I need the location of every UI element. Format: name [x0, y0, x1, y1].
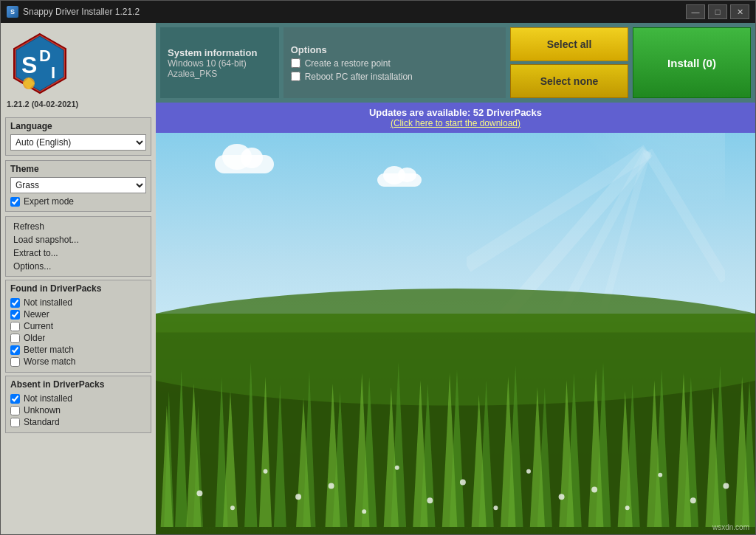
- language-section: Language Auto (English): [5, 117, 151, 156]
- found-in-driverpacks-section: Found in DriverPacks Not installed Newer…: [5, 280, 151, 373]
- system-info-panel: System information Windows 10 (64-bit) A…: [160, 27, 279, 98]
- computer-value: Azalea_PKS: [168, 69, 272, 79]
- svg-point-14: [156, 289, 755, 405]
- absent-not-installed-checkbox[interactable]: [10, 394, 20, 404]
- close-button[interactable]: ✕: [730, 4, 749, 19]
- absent-not-installed-label: Not installed: [24, 393, 72, 404]
- option-reboot-row: Reboot PC after installation: [291, 72, 498, 82]
- reboot-label: Reboot PC after installation: [305, 72, 413, 82]
- os-value: Windows 10 (64-bit): [168, 58, 272, 69]
- filter-newer-checkbox[interactable]: [10, 310, 20, 320]
- filter-current-checkbox[interactable]: [10, 322, 20, 331]
- svg-point-71: [559, 494, 565, 500]
- window-title: Snappy Driver Installer 1.21.2: [23, 7, 140, 17]
- absent-unknown: Unknown: [10, 404, 146, 416]
- svg-text:S: S: [21, 52, 37, 78]
- menu-refresh[interactable]: Refresh: [10, 220, 146, 233]
- svg-point-60: [395, 466, 399, 470]
- restore-point-label: Create a restore point: [305, 58, 391, 69]
- absent-in-driverpacks-title: Absent in DriverPacks: [10, 379, 146, 390]
- filter-worse-match-checkbox[interactable]: [10, 357, 20, 367]
- options-title: Options: [291, 44, 498, 55]
- filter-newer-label: Newer: [24, 309, 49, 320]
- main-content: S D I 1.21.2 (04-02-2021) Language: [1, 23, 755, 534]
- svg-text:D: D: [39, 46, 51, 65]
- restore-point-checkbox[interactable]: [291, 58, 300, 68]
- filter-not-installed-label: Not installed: [24, 297, 72, 308]
- svg-point-62: [526, 469, 531, 474]
- filter-older-label: Older: [24, 333, 45, 343]
- absent-unknown-label: Unknown: [24, 405, 61, 415]
- svg-point-66: [230, 505, 235, 510]
- grass-scene: [156, 133, 755, 534]
- watermark: wsxdn.com: [712, 523, 749, 531]
- expert-mode-row: Expert mode: [10, 196, 146, 207]
- absent-unknown-checkbox[interactable]: [10, 406, 20, 415]
- svg-point-67: [295, 494, 301, 500]
- theme-label: Theme: [10, 164, 146, 174]
- menu-section: Refresh Load snapshot... Extract to... O…: [5, 216, 151, 277]
- absent-standard-label: Standard: [24, 417, 60, 427]
- app-icon: S: [7, 6, 18, 18]
- svg-point-68: [362, 509, 366, 514]
- language-select[interactable]: Auto (English): [10, 134, 146, 151]
- svg-point-70: [493, 505, 498, 510]
- svg-point-59: [329, 483, 334, 489]
- app-logo: S D I: [7, 30, 73, 97]
- filter-worse-match: Worse match: [10, 356, 146, 367]
- svg-point-61: [460, 479, 466, 485]
- title-bar: S Snappy Driver Installer 1.21.2 — □ ✕: [1, 1, 755, 23]
- select-all-button[interactable]: Select all: [510, 27, 628, 61]
- maximize-button[interactable]: □: [708, 4, 727, 19]
- filter-better-match: Better match: [10, 344, 146, 356]
- filter-older: Older: [10, 332, 146, 344]
- menu-extract-to[interactable]: Extract to...: [10, 246, 146, 260]
- filter-not-installed: Not installed: [10, 297, 146, 308]
- sidebar: S D I 1.21.2 (04-02-2021) Language: [1, 23, 156, 534]
- svg-point-72: [625, 505, 630, 510]
- version-label: 1.21.2 (04-02-2021): [7, 100, 78, 108]
- option-restore-point-row: Create a restore point: [291, 58, 498, 69]
- select-none-button[interactable]: Select none: [510, 64, 628, 98]
- theme-dropdown-row: Grass: [10, 177, 146, 193]
- update-banner-link[interactable]: (Click here to start the download): [165, 118, 746, 128]
- cloud-1: [215, 155, 274, 173]
- filter-newer: Newer: [10, 308, 146, 320]
- title-bar-left: S Snappy Driver Installer 1.21.2: [7, 6, 140, 18]
- minimize-button[interactable]: —: [686, 4, 705, 19]
- title-bar-controls: — □ ✕: [686, 4, 749, 19]
- reboot-checkbox[interactable]: [291, 72, 300, 81]
- filter-better-match-checkbox[interactable]: [10, 345, 20, 355]
- system-info-title: System information: [168, 47, 272, 58]
- update-banner-text: Updates are available: 52 DriverPacks: [165, 107, 746, 118]
- update-banner[interactable]: Updates are available: 52 DriverPacks (C…: [156, 103, 755, 133]
- menu-options[interactable]: Options...: [10, 260, 146, 273]
- svg-point-65: [723, 483, 729, 489]
- found-in-driverpacks-title: Found in DriverPacks: [10, 283, 146, 294]
- install-button[interactable]: Install (0): [633, 27, 751, 98]
- menu-load-snapshot[interactable]: Load snapshot...: [10, 233, 146, 246]
- options-panel: Options Create a restore point Reboot PC…: [284, 27, 506, 98]
- filter-current-label: Current: [24, 321, 53, 331]
- svg-point-64: [658, 472, 662, 477]
- language-dropdown-row: Auto (English): [10, 134, 146, 151]
- svg-point-63: [591, 486, 597, 492]
- filter-older-checkbox[interactable]: [10, 334, 20, 343]
- filter-not-installed-checkbox[interactable]: [10, 298, 20, 308]
- logo-area: S D I 1.21.2 (04-02-2021): [5, 27, 151, 114]
- svg-point-57: [196, 490, 202, 496]
- language-label: Language: [10, 121, 146, 131]
- ground-layer: [156, 314, 755, 534]
- toolbar-buttons: Select all Select none: [510, 27, 628, 98]
- absent-standard-checkbox[interactable]: [10, 418, 20, 427]
- right-content: System information Windows 10 (64-bit) A…: [156, 23, 755, 534]
- absent-not-installed: Not installed: [10, 393, 146, 404]
- theme-select[interactable]: Grass: [10, 177, 146, 193]
- main-window: S Snappy Driver Installer 1.21.2 — □ ✕ S: [0, 0, 756, 535]
- absent-in-driverpacks-section: Absent in DriverPacks Not installed Unkn…: [5, 376, 151, 433]
- svg-point-58: [264, 469, 268, 474]
- svg-point-69: [427, 497, 433, 503]
- theme-section: Theme Grass Expert mode: [5, 160, 151, 212]
- background-area: wsxdn.com: [156, 133, 755, 534]
- expert-mode-checkbox[interactable]: [10, 197, 20, 207]
